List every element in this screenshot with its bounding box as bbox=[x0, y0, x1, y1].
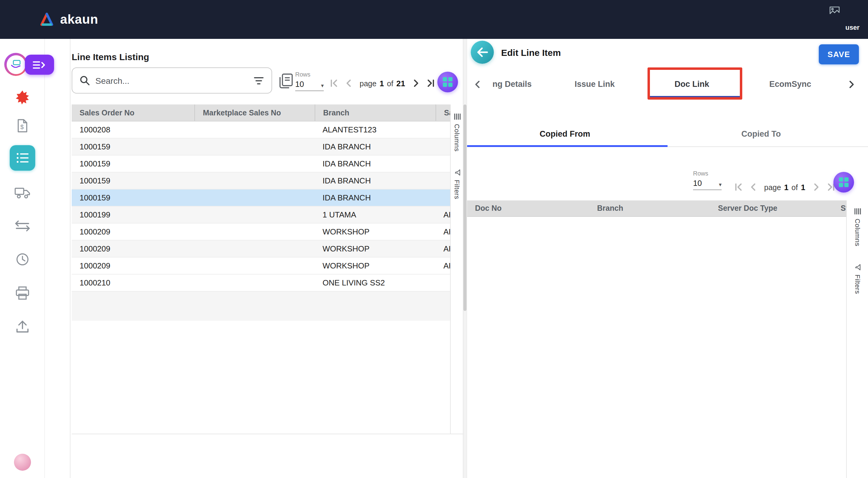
back-button[interactable] bbox=[471, 41, 494, 64]
table-cell: AK bbox=[436, 241, 451, 257]
table-filler-row bbox=[72, 291, 451, 321]
tabs-scroll-left-button[interactable] bbox=[472, 79, 483, 90]
filters-label: Filters bbox=[454, 180, 461, 199]
columns-toggle[interactable]: Columns bbox=[454, 113, 461, 152]
scrollbar-thumb[interactable] bbox=[463, 104, 466, 311]
tab-doc-link[interactable]: Doc Link bbox=[675, 79, 709, 89]
tab-issue-link[interactable]: Issue Link bbox=[575, 79, 615, 89]
table-cell bbox=[194, 275, 315, 291]
sidebar-item-transfer[interactable] bbox=[0, 213, 45, 239]
menu-arrow-icon bbox=[32, 60, 47, 69]
table-cell: IDA BRANCH bbox=[315, 190, 436, 206]
table-cell bbox=[436, 190, 451, 206]
next-page-button[interactable] bbox=[811, 182, 822, 193]
first-page-button[interactable] bbox=[329, 78, 340, 89]
brand-name: akaun bbox=[60, 12, 98, 27]
table-cell: 1000210 bbox=[72, 275, 194, 291]
app-root: akaun user bbox=[0, 0, 868, 478]
last-page-button[interactable] bbox=[425, 78, 436, 89]
filters-toggle[interactable]: Filters bbox=[454, 168, 461, 199]
columns-toggle[interactable]: Columns bbox=[854, 208, 861, 246]
column-header-branch[interactable]: Branch bbox=[589, 200, 710, 216]
subtab-copied-to[interactable]: Copied To bbox=[741, 129, 781, 138]
swap-arrows-icon bbox=[14, 220, 30, 232]
table-cell: WORKSHOP bbox=[315, 241, 436, 257]
table-row[interactable]: 1000209 WORKSHOP AK bbox=[72, 224, 451, 241]
prev-page-button[interactable] bbox=[748, 182, 759, 193]
table-row[interactable]: 1000159 IDA BRANCH bbox=[72, 156, 451, 172]
column-header-server-doc-type[interactable]: Server Doc Type bbox=[710, 200, 833, 216]
table-row-selected[interactable]: 1000159 IDA BRANCH bbox=[72, 190, 451, 206]
sidebar-item-line-items[interactable] bbox=[0, 145, 45, 171]
table-cell bbox=[194, 241, 315, 257]
table-cell: 1000209 bbox=[72, 241, 194, 257]
filter-list-icon[interactable] bbox=[253, 76, 264, 85]
panel-scrollbar[interactable] bbox=[463, 39, 466, 478]
sidebar-item-billing[interactable]: $ bbox=[0, 113, 45, 139]
rows-per-page-select[interactable]: Rows 10 ▾ bbox=[693, 170, 722, 190]
grid-menu-button[interactable] bbox=[833, 172, 854, 193]
column-header-doc-no[interactable]: Doc No bbox=[467, 200, 589, 216]
doc-link-table-header-row: Doc No Branch Server Doc Type St bbox=[467, 200, 846, 217]
column-header-clipped[interactable]: Sa bbox=[436, 104, 451, 121]
rows-label: Rows bbox=[693, 170, 722, 177]
prev-page-button[interactable] bbox=[343, 78, 354, 89]
sidebar-item-print[interactable] bbox=[0, 279, 45, 306]
chevron-left-icon bbox=[472, 79, 482, 89]
profile-avatar[interactable] bbox=[14, 454, 31, 471]
rows-value: 10 bbox=[295, 79, 304, 89]
subtab-copied-from[interactable]: Copied From bbox=[540, 129, 590, 138]
table-cell: AK bbox=[436, 257, 451, 274]
filters-label: Filters bbox=[854, 274, 861, 294]
save-button[interactable]: SAVE bbox=[819, 44, 859, 64]
table-row[interactable]: 1000209 WORKSHOP AK bbox=[72, 257, 451, 275]
column-header-clipped[interactable]: St bbox=[833, 200, 846, 216]
grid-menu-button[interactable] bbox=[437, 72, 458, 92]
printer-icon bbox=[15, 286, 30, 300]
sidebar-expand-control[interactable] bbox=[4, 53, 27, 76]
next-page-button[interactable] bbox=[411, 78, 422, 89]
sidebar-item-promo[interactable] bbox=[0, 84, 45, 110]
tab-ng-details[interactable]: ng Details bbox=[492, 79, 531, 89]
document-dollar-icon: $ bbox=[16, 119, 29, 133]
table-cell: ONE LIVING SS2 bbox=[315, 275, 436, 291]
grid-icon bbox=[833, 172, 854, 193]
filter-funnel-icon bbox=[454, 168, 461, 176]
table-row[interactable]: 1000210 ONE LIVING SS2 bbox=[72, 275, 451, 291]
sidebar-item-history[interactable] bbox=[0, 246, 45, 273]
sidebar-item-upload[interactable] bbox=[0, 313, 45, 340]
brand-logo[interactable]: akaun bbox=[39, 0, 98, 39]
table-row[interactable]: 1000199 1 UTAMA AK bbox=[72, 206, 451, 224]
table-row[interactable]: 1000159 IDA BRANCH bbox=[72, 172, 451, 190]
first-page-button[interactable] bbox=[733, 182, 744, 193]
tab-ecomsync[interactable]: EcomSync bbox=[769, 79, 811, 89]
subtab-bar bbox=[467, 124, 868, 147]
table-side-strip: Columns Filters bbox=[846, 200, 868, 478]
hand-card-icon bbox=[10, 59, 21, 70]
user-avatar-broken-image[interactable]: user bbox=[829, 5, 860, 33]
column-header-sales-order-no[interactable]: Sales Order No bbox=[72, 104, 194, 121]
top-bar: akaun user bbox=[0, 0, 868, 39]
filters-toggle[interactable]: Filters bbox=[854, 263, 861, 294]
table-cell bbox=[436, 275, 451, 291]
table-row[interactable]: 1000209 WORKSHOP AK bbox=[72, 241, 451, 257]
table-cell bbox=[436, 156, 451, 172]
column-header-branch[interactable]: Branch bbox=[315, 104, 436, 121]
table-row[interactable]: 1000208 ALANTEST123 bbox=[72, 122, 451, 138]
search-input[interactable] bbox=[95, 75, 248, 85]
sidebar-pin-button[interactable] bbox=[25, 55, 54, 75]
sidebar: $ bbox=[0, 39, 45, 478]
table-side-strip: Columns Filters bbox=[450, 104, 463, 434]
line-items-panel: Line Items Listing Rows 10 ▾ bbox=[70, 39, 463, 478]
table-cell bbox=[194, 190, 315, 206]
table-cell bbox=[436, 172, 451, 189]
sidebar-item-delivery[interactable] bbox=[0, 179, 45, 206]
grid-icon bbox=[437, 72, 458, 92]
card-view-icon[interactable] bbox=[278, 73, 293, 89]
tabs-scroll-right-button[interactable] bbox=[846, 79, 857, 90]
table-cell bbox=[194, 257, 315, 274]
column-header-marketplace-sales-no[interactable]: Marketplace Sales No bbox=[194, 104, 315, 121]
table-row[interactable]: 1000159 IDA BRANCH bbox=[72, 138, 451, 156]
table-cell: IDA BRANCH bbox=[315, 156, 436, 172]
rows-per-page-select[interactable]: Rows 10 ▾ bbox=[295, 71, 324, 91]
